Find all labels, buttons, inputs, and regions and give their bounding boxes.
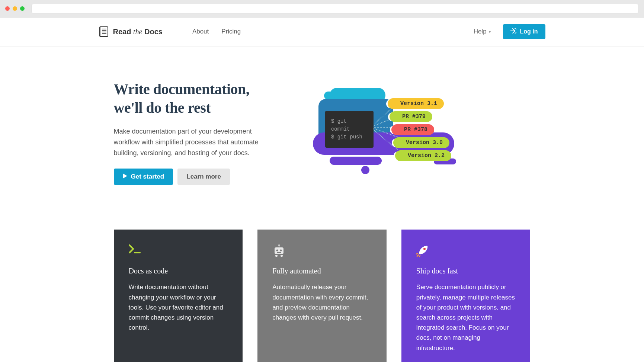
login-button[interactable]: Log in [503, 24, 545, 39]
svg-rect-12 [277, 252, 281, 253]
address-bar[interactable] [31, 4, 639, 13]
nav-help-dropdown[interactable]: Help ▼ [474, 28, 492, 35]
feature-title: Ship docs fast [416, 267, 516, 275]
play-icon [123, 173, 127, 180]
svg-point-15 [423, 248, 426, 250]
feature-body: Write documentation without changing you… [129, 282, 228, 333]
logo[interactable]: Read the Docs [99, 26, 163, 37]
close-window-icon[interactable] [5, 6, 10, 11]
feature-body: Serve documentation publicly or privatel… [416, 282, 516, 353]
nav-about[interactable]: About [192, 28, 209, 35]
login-arrow-icon [510, 28, 516, 35]
learn-more-button[interactable]: Learn more [177, 169, 230, 185]
svg-rect-13 [275, 255, 278, 257]
pill-version-2-2: Version 2.2 [394, 150, 451, 161]
feature-docs-as-code: Docs as code Write documentation without… [114, 230, 243, 362]
feature-ship-docs-fast: Ship docs fast Serve documentation publi… [401, 230, 531, 362]
features-section: Docs as code Write documentation without… [77, 230, 568, 362]
hero-illustration: $ git commit $ git push Version 3.1 PR #… [304, 84, 531, 181]
rocket-icon [416, 244, 516, 258]
hero-section: Write documentation, we'll do the rest M… [99, 47, 545, 230]
browser-chrome [0, 0, 644, 17]
terminal-graphic: $ git commit $ git push [325, 111, 374, 148]
feature-title: Fully automated [272, 267, 372, 275]
svg-rect-14 [281, 255, 283, 257]
robot-icon [272, 244, 372, 258]
svg-point-11 [280, 250, 282, 252]
get-started-button[interactable]: Get started [114, 169, 173, 185]
feature-fully-automated: Fully automated Automatically release yo… [257, 230, 387, 362]
window-controls [5, 6, 25, 11]
chevron-down-icon: ▼ [488, 30, 492, 34]
hero-subtitle: Make documentation part of your developm… [114, 126, 274, 158]
feature-body: Automatically release your documentation… [272, 282, 372, 323]
navbar: Read the Docs About Pricing Help ▼ Log i… [99, 17, 545, 46]
terminal-prompt-icon [129, 244, 228, 258]
logo-text: Read the Docs [113, 28, 163, 36]
svg-point-8 [278, 244, 280, 246]
pill-pr-378: PR #378 [390, 124, 434, 135]
book-icon [99, 26, 109, 37]
minimize-window-icon[interactable] [13, 6, 17, 11]
svg-point-10 [276, 250, 278, 252]
svg-rect-9 [275, 247, 283, 254]
pill-version-3-1: Version 3.1 [386, 98, 444, 109]
pill-version-3-0: Version 3.0 [392, 137, 449, 148]
feature-title: Docs as code [129, 267, 228, 275]
hero-title: Write documentation, we'll do the rest [114, 80, 289, 117]
maximize-window-icon[interactable] [20, 6, 25, 11]
nav-pricing[interactable]: Pricing [221, 28, 241, 35]
pill-pr-379: PR #379 [388, 111, 432, 122]
